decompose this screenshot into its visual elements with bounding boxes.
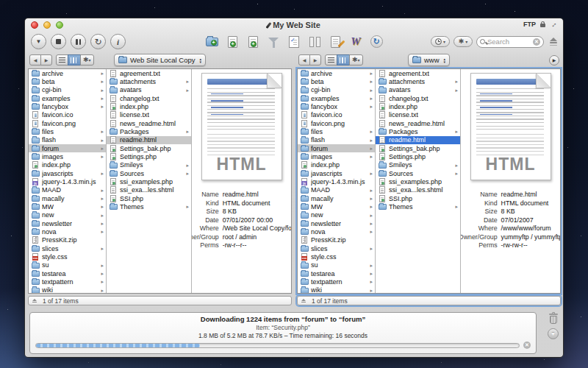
list-item[interactable]: Settings.php xyxy=(376,152,460,160)
list-item[interactable]: archive▸ xyxy=(298,69,375,77)
list-item[interactable]: favicon.ico xyxy=(298,111,375,119)
list-item[interactable]: jquery-1.4.3.min.js xyxy=(298,177,375,185)
forward-button[interactable]: ▶ xyxy=(40,54,52,66)
file-column[interactable]: agreement.txtattachments▸avatars▸changel… xyxy=(376,69,461,293)
list-view-button[interactable] xyxy=(325,54,337,66)
back-button[interactable]: ◀ xyxy=(298,54,310,66)
list-item[interactable]: license.txt xyxy=(376,111,460,119)
list-item[interactable]: forum▸ xyxy=(298,144,375,152)
list-item[interactable]: fancybox▸ xyxy=(29,102,106,110)
list-item[interactable]: slices▸ xyxy=(298,244,375,252)
list-item[interactable]: index.php xyxy=(376,102,460,110)
list-item[interactable]: ssi_exa...les.shtml xyxy=(107,186,191,194)
list-item[interactable]: style.css xyxy=(29,252,106,261)
list-item[interactable]: index.php xyxy=(298,161,375,169)
stop-button[interactable] xyxy=(51,34,66,49)
list-item[interactable]: Settings_bak.php xyxy=(107,144,191,152)
list-item[interactable]: SSI.php xyxy=(107,194,191,202)
search-field[interactable]: ✕ xyxy=(476,36,544,48)
list-item[interactable]: Sources▸ xyxy=(107,169,191,177)
list-item[interactable]: Settings_bak.php xyxy=(376,144,460,152)
list-item[interactable]: Packages▸ xyxy=(376,127,460,135)
new-file-button[interactable]: + xyxy=(224,34,241,50)
edit-button[interactable] xyxy=(327,34,344,50)
list-item[interactable]: avatars▸ xyxy=(107,86,191,94)
back-button[interactable]: ◀ xyxy=(29,54,41,66)
list-item[interactable]: SSI.php xyxy=(376,194,460,202)
disconnect-eject-button[interactable] xyxy=(550,38,557,46)
list-item[interactable]: ssi_exa...les.shtml xyxy=(376,186,460,194)
web-logo-button[interactable]: W xyxy=(348,34,365,50)
pane-action-menu[interactable]: ✱▾ xyxy=(349,54,363,66)
status-eject-icon[interactable] xyxy=(32,299,37,303)
clear-search-icon[interactable]: ✕ xyxy=(533,38,540,46)
filter-button[interactable] xyxy=(265,34,282,50)
list-item[interactable]: index.php xyxy=(29,161,106,169)
list-item[interactable]: flash▸ xyxy=(29,136,106,144)
list-item[interactable]: su▸ xyxy=(298,261,375,269)
compare-button[interactable] xyxy=(306,34,323,50)
list-item[interactable]: fancybox▸ xyxy=(298,102,375,110)
list-item[interactable]: examples▸ xyxy=(298,94,375,102)
list-item[interactable]: MW▸ xyxy=(29,202,106,210)
minimize-window-button[interactable] xyxy=(43,21,51,29)
list-item[interactable]: favicon.png xyxy=(298,119,375,127)
refresh-button[interactable]: ↻ xyxy=(90,34,106,49)
list-item[interactable]: changelog.txt xyxy=(376,94,460,102)
list-item[interactable]: beta▸ xyxy=(29,77,106,85)
list-item[interactable]: PressKit.zip xyxy=(298,236,375,244)
trash-icon[interactable] xyxy=(549,312,558,324)
list-item[interactable]: nova▸ xyxy=(298,227,375,236)
duplicate-file-button[interactable]: + xyxy=(245,34,262,50)
list-item[interactable]: images▸ xyxy=(298,152,375,160)
list-item[interactable]: news_readme.html xyxy=(107,119,191,127)
list-item[interactable]: images▸ xyxy=(29,152,106,160)
list-item[interactable]: newsletter▸ xyxy=(29,219,106,227)
file-column[interactable]: archive▸beta▸cgi-bin▸examples▸fancybox▸f… xyxy=(29,69,107,293)
list-item[interactable]: attachments▸ xyxy=(376,77,460,85)
list-item[interactable]: MAAD▸ xyxy=(29,186,106,194)
list-item[interactable]: license.txt xyxy=(107,111,191,119)
list-item[interactable]: cgi-bin▸ xyxy=(29,86,106,94)
forward-button[interactable]: ▶ xyxy=(309,54,321,66)
list-item[interactable]: textpattern▸ xyxy=(29,277,106,286)
list-item[interactable]: MW▸ xyxy=(298,202,375,210)
list-item[interactable]: Packages▸ xyxy=(107,127,191,135)
list-item[interactable]: macally▸ xyxy=(29,194,106,202)
zoom-window-button[interactable] xyxy=(56,21,63,29)
download-button[interactable]: ▼ xyxy=(31,34,46,49)
list-item[interactable]: Themes▸ xyxy=(376,202,460,210)
list-item[interactable]: favicon.png xyxy=(29,119,106,127)
local-location-popup[interactable]: Web Site Local Copy ▴▾ xyxy=(114,54,206,66)
list-item[interactable]: PressKit.zip xyxy=(29,236,106,244)
file-column[interactable]: agreement.txtattachments▸avatars▸changel… xyxy=(107,69,192,293)
list-item[interactable]: files▸ xyxy=(298,127,375,135)
status-eject-icon[interactable] xyxy=(301,299,306,303)
list-item[interactable]: javascripts▸ xyxy=(29,169,106,177)
pane-action-menu[interactable]: ✱▾ xyxy=(80,54,94,66)
column-view-button[interactable] xyxy=(337,54,350,66)
list-item[interactable]: Settings.php xyxy=(107,152,191,160)
list-item[interactable]: files▸ xyxy=(29,127,106,135)
list-item[interactable]: flash▸ xyxy=(298,136,375,144)
list-item[interactable]: forum▸ xyxy=(29,144,106,152)
list-item[interactable]: agreement.txt xyxy=(107,69,191,77)
list-item[interactable]: ssi_examples.php xyxy=(376,177,460,185)
list-item[interactable]: attachments▸ xyxy=(107,77,191,85)
close-window-button[interactable] xyxy=(31,21,38,29)
list-item[interactable]: Smileys▸ xyxy=(107,161,191,169)
list-item[interactable]: cgi-bin▸ xyxy=(298,86,375,94)
list-item[interactable]: newsletter▸ xyxy=(298,219,375,227)
go-play-button[interactable]: ▶ xyxy=(549,55,559,66)
fullscreen-icon[interactable]: ↔ xyxy=(548,19,559,29)
list-item[interactable]: slices▸ xyxy=(29,244,106,252)
list-item[interactable]: readme.html xyxy=(376,136,460,144)
list-item[interactable]: agreement.txt xyxy=(376,69,460,77)
remote-location-popup[interactable]: www ▴▾ xyxy=(408,54,450,66)
list-item[interactable]: wiki▸ xyxy=(29,286,106,293)
list-item[interactable]: javascripts▸ xyxy=(298,169,375,177)
column-view-button[interactable] xyxy=(68,54,81,66)
list-item[interactable]: testarea▸ xyxy=(298,269,375,277)
list-item[interactable]: news_readme.html xyxy=(376,119,460,127)
actions-dropdown[interactable]: ✱▾ xyxy=(453,36,473,47)
